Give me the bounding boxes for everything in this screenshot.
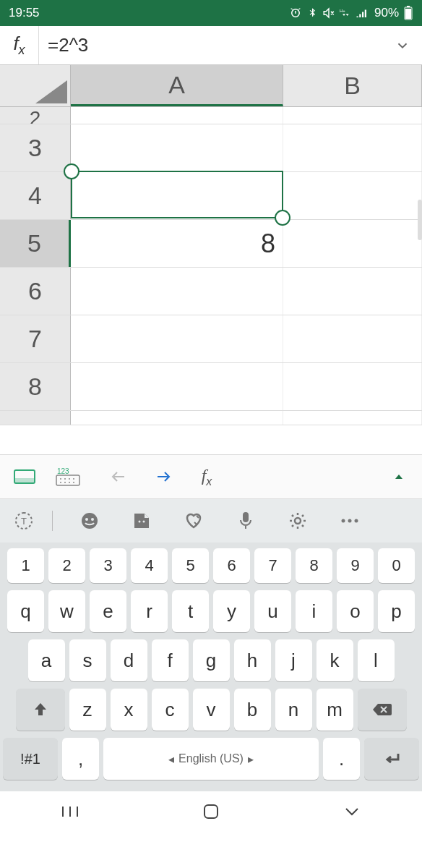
cell-b9[interactable] [283, 411, 422, 425]
cell-a4[interactable] [71, 172, 283, 219]
key-0[interactable]: 0 [378, 548, 415, 583]
key-z[interactable]: z [69, 689, 106, 731]
arrow-left-icon [110, 469, 130, 485]
cell-a6[interactable] [71, 268, 283, 315]
key-j[interactable]: j [275, 639, 312, 681]
key-shift[interactable] [16, 689, 65, 731]
row-2: 2 [0, 107, 422, 124]
cell-b6[interactable] [283, 268, 422, 315]
cell-a7[interactable] [71, 315, 283, 362]
formula-expand-button[interactable] [383, 38, 422, 54]
nav-recents[interactable] [41, 804, 99, 819]
cell-a2[interactable] [71, 107, 283, 124]
key-d[interactable]: d [111, 639, 147, 681]
cell-a5[interactable]: 8 [71, 220, 283, 267]
key-symbols[interactable]: !#1 [3, 738, 58, 780]
key-4[interactable]: 4 [131, 548, 168, 583]
key-7[interactable]: 7 [254, 548, 291, 583]
key-o[interactable]: o [337, 590, 374, 632]
key-space[interactable]: ◂ English (US) ▸ [103, 738, 319, 780]
key-l[interactable]: l [358, 639, 395, 681]
key-h[interactable]: h [234, 639, 271, 681]
key-f[interactable]: f [152, 639, 189, 681]
sticker-button[interactable] [126, 506, 157, 536]
more-button[interactable] [335, 506, 365, 536]
cell-b7[interactable] [283, 315, 422, 362]
key-u[interactable]: u [254, 590, 291, 632]
cell-b5[interactable] [283, 220, 422, 267]
key-1[interactable]: 1 [7, 548, 44, 583]
key-6[interactable]: 6 [213, 548, 250, 583]
svg-text:H+: H+ [340, 9, 345, 13]
key-k[interactable]: k [316, 639, 353, 681]
cell-b8[interactable] [283, 363, 422, 410]
key-y[interactable]: y [213, 590, 250, 632]
formula-input[interactable]: =2^3 [39, 34, 383, 56]
scrollbar[interactable] [418, 200, 422, 240]
key-e[interactable]: e [90, 590, 126, 632]
key-backspace[interactable] [358, 689, 407, 731]
numpad-button[interactable]: 123 [49, 460, 87, 493]
key-w[interactable]: w [48, 590, 85, 632]
column-header-b[interactable]: B [283, 65, 422, 106]
key-i[interactable]: i [296, 590, 332, 632]
gif-button[interactable] [178, 506, 209, 536]
svg-point-10 [69, 478, 70, 480]
nav-back[interactable] [323, 806, 381, 817]
cell-b2[interactable] [283, 107, 422, 124]
expand-ribbon-button[interactable] [382, 473, 416, 480]
settings-button[interactable] [283, 506, 313, 536]
key-enter[interactable] [364, 738, 419, 780]
key-s[interactable]: s [69, 639, 106, 681]
key-period[interactable]: . [323, 738, 360, 780]
emoji-button[interactable] [74, 506, 105, 536]
key-c[interactable]: c [152, 689, 189, 731]
row-6: 6 [0, 268, 422, 315]
svg-text:T: T [21, 516, 27, 527]
key-t[interactable]: t [172, 590, 209, 632]
key-3[interactable]: 3 [90, 548, 126, 583]
forward-button[interactable] [145, 460, 182, 493]
fx-button[interactable]: fx [188, 460, 225, 493]
card-view-button[interactable] [6, 460, 43, 493]
key-p[interactable]: p [378, 590, 415, 632]
key-g[interactable]: g [193, 639, 230, 681]
row-header-2[interactable]: 2 [0, 107, 71, 124]
nav-home[interactable] [182, 804, 240, 820]
row-header-8[interactable]: 8 [0, 363, 71, 410]
cell-a3[interactable] [71, 124, 283, 171]
voice-button[interactable] [231, 506, 261, 536]
key-9[interactable]: 9 [337, 548, 374, 583]
column-header-a[interactable]: A [71, 65, 283, 106]
row-header-3[interactable]: 3 [0, 124, 71, 171]
key-8[interactable]: 8 [296, 548, 332, 583]
text-tools-button[interactable]: T [9, 506, 39, 536]
key-q[interactable]: q [7, 590, 44, 632]
row-header-4[interactable]: 4 [0, 172, 71, 219]
spreadsheet-grid[interactable]: 2 3 4 5 8 6 7 8 [0, 107, 422, 454]
key-n[interactable]: n [275, 689, 312, 731]
mic-icon [238, 511, 254, 531]
key-v[interactable]: v [193, 689, 230, 731]
select-all-corner[interactable] [0, 65, 71, 106]
key-5[interactable]: 5 [172, 548, 209, 583]
key-m[interactable]: m [316, 689, 353, 731]
row-header-9[interactable] [0, 411, 71, 425]
key-comma[interactable]: , [62, 738, 99, 780]
key-b[interactable]: b [234, 689, 271, 731]
row-7: 7 [0, 315, 422, 363]
key-r[interactable]: r [131, 590, 168, 632]
row-header-5[interactable]: 5 [0, 220, 71, 267]
fx-label[interactable]: fx [0, 26, 39, 64]
key-a[interactable]: a [28, 639, 65, 681]
cell-b3[interactable] [283, 124, 422, 171]
cell-b4[interactable] [283, 172, 422, 219]
key-x[interactable]: x [111, 689, 147, 731]
back-button[interactable] [101, 460, 139, 493]
cell-a9[interactable] [71, 411, 283, 425]
cell-a8[interactable] [71, 363, 283, 410]
key-2[interactable]: 2 [48, 548, 85, 583]
row-header-7[interactable]: 7 [0, 315, 71, 362]
row-header-6[interactable]: 6 [0, 268, 71, 315]
svg-point-9 [64, 478, 66, 480]
